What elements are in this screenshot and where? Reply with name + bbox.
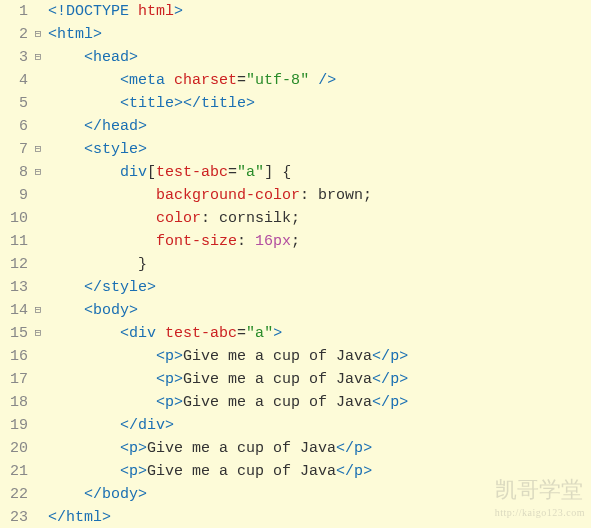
line-number: 12	[0, 253, 30, 276]
fold-marker[interactable]	[32, 437, 44, 460]
fold-marker[interactable]: ⊟	[32, 46, 44, 69]
line-number: 18	[0, 391, 30, 414]
code-line[interactable]: <meta charset="utf-8" />	[48, 69, 408, 92]
line-number: 9	[0, 184, 30, 207]
fold-marker[interactable]	[32, 345, 44, 368]
line-number: 5	[0, 92, 30, 115]
code-line[interactable]: background-color: brown;	[48, 184, 408, 207]
code-line[interactable]: <p>Give me a cup of Java</p>	[48, 345, 408, 368]
line-number: 17	[0, 368, 30, 391]
fold-marker[interactable]	[32, 0, 44, 23]
code-line[interactable]: color: cornsilk;	[48, 207, 408, 230]
code-line[interactable]: }	[48, 253, 408, 276]
line-number: 2	[0, 23, 30, 46]
fold-marker[interactable]: ⊟	[32, 23, 44, 46]
fold-gutter: ⊟ ⊟ ⊟ ⊟ ⊟ ⊟	[32, 0, 44, 528]
fold-marker[interactable]	[32, 253, 44, 276]
code-line[interactable]: </div>	[48, 414, 408, 437]
fold-marker[interactable]: ⊟	[32, 322, 44, 345]
line-number: 6	[0, 115, 30, 138]
line-number: 11	[0, 230, 30, 253]
line-number: 4	[0, 69, 30, 92]
fold-marker[interactable]	[32, 69, 44, 92]
code-area[interactable]: <!DOCTYPE html> <html> <head> <meta char…	[44, 0, 408, 528]
code-line[interactable]: </html>	[48, 506, 408, 528]
fold-marker[interactable]: ⊟	[32, 299, 44, 322]
code-line[interactable]: </body>	[48, 483, 408, 506]
fold-marker[interactable]	[32, 414, 44, 437]
code-editor: 1 2 3 4 5 6 7 8 9 10 11 12 13 14 15 16 1…	[0, 0, 591, 528]
fold-marker[interactable]	[32, 460, 44, 483]
fold-marker[interactable]	[32, 230, 44, 253]
code-line[interactable]: <div test-abc="a">	[48, 322, 408, 345]
line-number: 1	[0, 0, 30, 23]
code-line[interactable]: <p>Give me a cup of Java</p>	[48, 391, 408, 414]
line-number: 19	[0, 414, 30, 437]
fold-marker[interactable]	[32, 207, 44, 230]
code-line[interactable]: <head>	[48, 46, 408, 69]
line-number: 3	[0, 46, 30, 69]
code-line[interactable]: <p>Give me a cup of Java</p>	[48, 437, 408, 460]
line-number: 8	[0, 161, 30, 184]
line-number: 22	[0, 483, 30, 506]
fold-marker[interactable]: ⊟	[32, 161, 44, 184]
fold-marker[interactable]	[32, 276, 44, 299]
code-line[interactable]: <!DOCTYPE html>	[48, 0, 408, 23]
line-number: 16	[0, 345, 30, 368]
code-line[interactable]: <style>	[48, 138, 408, 161]
code-line[interactable]: <p>Give me a cup of Java</p>	[48, 368, 408, 391]
fold-marker[interactable]	[32, 115, 44, 138]
line-number: 10	[0, 207, 30, 230]
fold-marker[interactable]	[32, 483, 44, 506]
fold-marker[interactable]	[32, 368, 44, 391]
fold-marker[interactable]	[32, 184, 44, 207]
code-line[interactable]: </style>	[48, 276, 408, 299]
code-line[interactable]: <p>Give me a cup of Java</p>	[48, 460, 408, 483]
fold-marker[interactable]	[32, 506, 44, 528]
line-number: 14	[0, 299, 30, 322]
fold-marker[interactable]	[32, 92, 44, 115]
code-line[interactable]: <html>	[48, 23, 408, 46]
line-number: 15	[0, 322, 30, 345]
fold-marker[interactable]: ⊟	[32, 138, 44, 161]
code-line[interactable]: </head>	[48, 115, 408, 138]
code-line[interactable]: <body>	[48, 299, 408, 322]
line-number-gutter: 1 2 3 4 5 6 7 8 9 10 11 12 13 14 15 16 1…	[0, 0, 32, 528]
line-number: 13	[0, 276, 30, 299]
line-number: 20	[0, 437, 30, 460]
code-line[interactable]: font-size: 16px;	[48, 230, 408, 253]
code-line[interactable]: div[test-abc="a"] {	[48, 161, 408, 184]
code-line[interactable]: <title></title>	[48, 92, 408, 115]
fold-marker[interactable]	[32, 391, 44, 414]
line-number: 7	[0, 138, 30, 161]
line-number: 23	[0, 506, 30, 528]
line-number: 21	[0, 460, 30, 483]
